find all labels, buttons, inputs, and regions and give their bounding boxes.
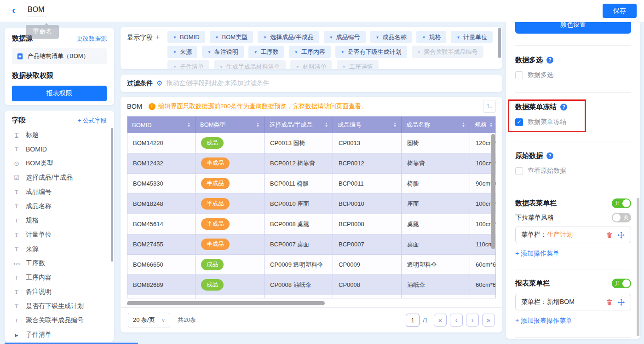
display-field-tag[interactable]: 生成半成品材料清单 [214,60,286,69]
help-icon[interactable] [560,104,567,111]
column-header[interactable]: 规格 ▲▼ [470,117,495,133]
table-row[interactable]: BOM14220 成品 CP0013 圆椅 CP0013 圆椅 120cm* [127,133,495,153]
menu-freeze-checkbox[interactable] [515,118,523,126]
pagination-nav-button[interactable]: ‹ [450,314,463,327]
column-header[interactable]: BOMID ▲▼ [127,117,196,133]
display-field-tag[interactable]: 是否有下级生成计划 [335,46,407,58]
field-list-item[interactable]: 规格 [12,213,107,227]
display-field-tag[interactable]: 材料清单 [290,60,332,69]
page-number-input[interactable]: 1 [406,314,420,327]
field-list-item[interactable]: 工序内容 [12,270,107,285]
add-action-menu-link[interactable]: + 添加操作菜单 [515,250,631,258]
field-list-item[interactable]: 标题 [12,128,107,142]
table-menu-item[interactable]: 菜单栏：生产计划 [515,227,631,243]
table-row[interactable]: BOM12432 半成品 BCP0012 椅靠背 BCP0012 椅靠背 100… [127,153,495,174]
report-permission-button[interactable]: 报表权限 [12,86,107,101]
multi-select-checkbox[interactable] [515,71,523,79]
sort-order-icon[interactable]: 1↓ [483,100,496,113]
datasource-item[interactable]: 产品结构清单（BOM） [12,48,107,64]
column-header[interactable]: 选择成品/半成品 ▲▼ [264,117,333,133]
help-icon[interactable] [546,57,553,64]
delete-icon[interactable] [606,231,613,239]
display-field-tag[interactable]: BOMID [167,31,205,43]
display-field-tag[interactable]: 来源 [167,46,197,58]
field-list-item[interactable]: 工序数 [12,256,107,270]
table-horizontal-scrollbar[interactable] [127,301,325,305]
sort-arrows-icon[interactable]: ▲▼ [462,122,465,128]
pagination-left: 20 条/页 共20条 [128,313,196,327]
field-list-item[interactable]: 备注说明 [12,285,107,299]
report-menu-toggle[interactable]: 开 [612,279,631,288]
add-formula-field-link[interactable]: + 公式字段 [78,117,107,125]
display-field-tag[interactable]: 工序数 [248,46,284,58]
table-row[interactable]: BOM18248 半成品 BCP0010 座面 BCP0010 座面 100cm… [127,194,495,214]
column-header[interactable]: BOM类型 ▲▼ [196,117,264,133]
page-title[interactable]: BOM [28,6,46,17]
back-icon[interactable] [12,5,15,17]
table-row[interactable]: BOM45330 半成品 BCP0011 椅腿 BCP0011 椅腿 90cm*… [127,174,495,194]
menu-freeze-title: 数据菜单冻结 [515,103,631,111]
settings-scrollbar[interactable] [637,198,639,336]
field-list-item[interactable]: BOMID [12,142,107,156]
display-field-tag[interactable]: 规格 [416,31,446,43]
field-list-item[interactable]: 计量单位 [12,227,107,242]
add-display-field-icon[interactable] [155,33,160,41]
multi-select-checkbox-row[interactable]: 数据多选 [515,71,631,79]
display-field-tag[interactable]: 聚合关联半成品编号 [412,46,483,58]
display-field-tag[interactable]: 计量单位 [451,31,493,43]
column-header[interactable]: 成品名称 ▲▼ [402,117,470,133]
menu-freeze-checkbox-row[interactable]: 数据菜单冻结 [515,118,631,126]
display-field-tag[interactable]: 成品编号 [324,31,366,43]
report-menu-item[interactable]: 菜单栏：新增BOM [515,294,631,310]
table-vertical-scrollbar[interactable] [491,134,495,249]
add-report-action-menu-link[interactable]: + 添加报表操作菜单 [515,317,631,325]
field-list-item[interactable]: 是否有下级生成计划 [12,299,107,313]
help-icon[interactable] [546,152,553,159]
display-field-tag[interactable]: 选择成品/半成品 [258,31,319,43]
raw-data-checkbox[interactable] [515,167,523,175]
field-list-item[interactable]: BOM类型 [12,156,107,170]
field-list-item[interactable]: 选择成品/半成品 [12,170,107,185]
chevron-down-icon [161,317,165,323]
display-field-tag[interactable]: BOM类型 [210,31,253,43]
display-fields-scrollbar[interactable] [498,28,501,58]
table-row[interactable]: BOM66650 成品 CP0009 透明塑料伞 CP0009 透明塑料伞 60… [127,255,495,275]
display-field-tag[interactable]: 子件清单 [167,60,209,69]
save-button[interactable]: 保存 [603,4,637,18]
delete-icon[interactable] [606,298,613,306]
display-field-tag[interactable]: 备注说明 [202,46,244,58]
display-field-tag[interactable]: 工序内容 [289,46,331,58]
toggle-off-label: 关 [623,213,628,222]
field-list-item[interactable]: 子件清单 [12,327,107,342]
sort-arrows-icon[interactable]: ▲▼ [187,122,190,128]
field-list-item[interactable]: 聚合关联半成品编号 [12,313,107,327]
change-datasource-link[interactable]: 更改数据源 [77,35,107,43]
pagination-nav-button[interactable]: » [482,314,495,327]
dropdown-style-toggle[interactable]: 关 [612,213,631,222]
gear-icon[interactable] [156,79,162,87]
move-icon[interactable] [618,231,625,239]
fields-scrollbar[interactable] [111,128,113,262]
sort-arrows-icon[interactable]: ▲▼ [325,122,328,128]
table-row[interactable]: BOM82689 成品 CP0008 油纸伞 CP0008 油纸伞 60cm*6 [127,275,495,295]
table-menu-toggle[interactable]: 开 [612,198,631,208]
field-list-item[interactable]: 来源 [12,242,107,256]
color-settings-button[interactable]: 颜色设置 [515,20,631,34]
page-size-select[interactable]: 20 条/页 [128,313,170,327]
raw-data-checkbox-row[interactable]: 查看原始数据 [515,167,631,175]
sort-arrows-icon[interactable]: ▲▼ [393,122,397,128]
field-type-icon [12,260,21,267]
column-header[interactable]: 成品编号 ▲▼ [333,117,402,133]
sort-arrows-icon[interactable]: ▲▼ [256,122,259,128]
sort-arrows-icon[interactable]: ▲▼ [489,122,493,128]
field-list-item[interactable]: 成品编号 [12,185,107,199]
table-row[interactable]: BOM45614 半成品 BCP0008 桌腿 BCP0008 桌腿 100cm… [127,214,495,234]
pagination-nav-button[interactable]: « [434,314,447,327]
pagination-nav-button[interactable]: › [466,314,479,327]
table-row[interactable]: BOM27455 半成品 BCP0007 桌面 BCP0007 桌面 110cm… [127,234,495,255]
data-table: BOMID ▲▼ BOM类型 ▲▼ 选择成品/半成品 ▲▼ 成品编号 [127,116,496,298]
display-field-tag[interactable]: 成品名称 [370,31,412,43]
move-icon[interactable] [618,298,625,306]
field-list-item[interactable]: 成品名称 [12,199,107,213]
display-field-tag[interactable]: 工序详情 [337,60,379,69]
